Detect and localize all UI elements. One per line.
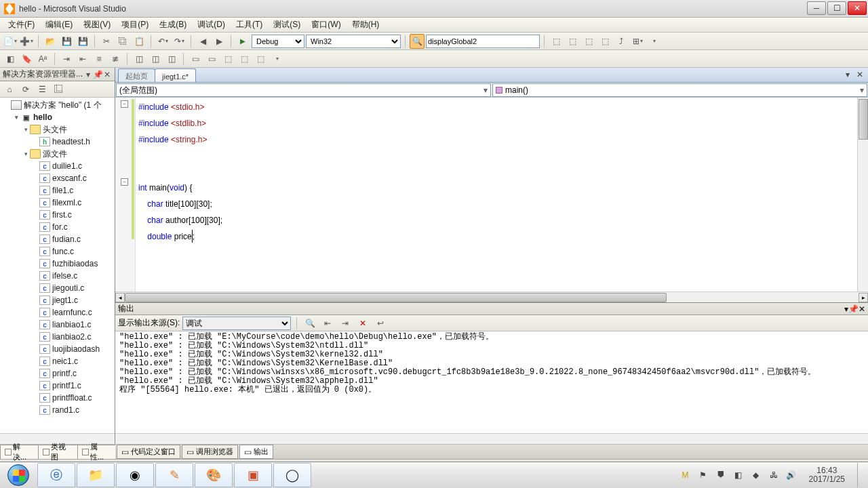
find-in-files-button[interactable]: 🔍 — [410, 34, 425, 49]
close-button[interactable]: ✕ — [848, 1, 867, 15]
menu-文件(F)[interactable]: 文件(F) — [3, 18, 40, 32]
uncomment-button[interactable]: ≢ — [108, 52, 123, 66]
properties-icon[interactable]: ☰ — [35, 83, 49, 96]
tray-flag-icon[interactable]: ⚑ — [698, 470, 709, 481]
macro-c-button[interactable]: ⬚ — [220, 52, 235, 66]
windows-button[interactable]: ⊞▾ — [630, 34, 645, 49]
show-desktop-button[interactable] — [857, 463, 864, 487]
undo-button[interactable]: ↶▾ — [155, 34, 170, 49]
bottom-tab-代码定义窗口[interactable]: ▭代码定义窗口 — [117, 445, 180, 459]
tray-app2-icon[interactable]: ◆ — [751, 470, 762, 481]
tree-luojibiaodash[interactable]: cluojibiaodash — [0, 343, 115, 355]
platform-select[interactable]: Win32 — [306, 35, 401, 48]
tree-lianbiao1.c[interactable]: clianbiao1.c — [0, 319, 115, 331]
fold-icon[interactable]: − — [121, 100, 128, 108]
home-icon[interactable]: ⌂ — [3, 83, 16, 96]
tree-解决方案 "hello" (1 个[interactable]: 解决方案 "hello" (1 个 — [0, 99, 115, 111]
tool-c-button[interactable]: ⬚ — [581, 34, 596, 49]
tree-func.c[interactable]: cfunc.c — [0, 245, 115, 258]
toggle-a-button[interactable]: ◫ — [132, 52, 146, 66]
output-hscroll[interactable] — [115, 433, 868, 444]
tab-list-icon[interactable]: ▾ — [842, 69, 853, 80]
panel-close-icon[interactable]: ✕ — [102, 70, 112, 79]
side-tab-1[interactable]: 类视图 — [38, 445, 78, 459]
paste-button[interactable]: 📋 — [132, 34, 146, 49]
taskbar-obs[interactable]: ◯ — [273, 463, 311, 487]
tab-close-icon[interactable]: ✕ — [854, 69, 865, 80]
step-out-button[interactable]: ⤴ — [614, 34, 629, 49]
tree-jiegouti.c[interactable]: cjiegouti.c — [0, 282, 115, 294]
start-debug-button[interactable]: ▶ — [235, 34, 250, 49]
output-close-icon[interactable]: ✕ — [859, 304, 865, 314]
nav-fwd-button[interactable]: ▶ — [212, 34, 226, 49]
tree-头文件[interactable]: ▾头文件 — [0, 123, 115, 136]
new-project-button[interactable]: 📄▾ — [3, 34, 18, 49]
tree-first.c[interactable]: cfirst.c — [0, 209, 115, 221]
tray-network-icon[interactable]: 🖧 — [768, 470, 779, 481]
macro-d-button[interactable]: ⬚ — [237, 52, 252, 66]
output-wrap-button[interactable]: ↩ — [373, 316, 388, 331]
comment-button[interactable]: ≡ — [92, 52, 106, 66]
tray-app-icon[interactable]: ◧ — [733, 470, 744, 481]
tree-jiegt1.c[interactable]: cjiegt1.c — [0, 294, 115, 306]
menu-编辑(E)[interactable]: 编辑(E) — [40, 18, 78, 32]
save-all-button[interactable]: 💾 — [75, 34, 90, 49]
output-next-button[interactable]: ⇥ — [338, 316, 353, 331]
tree-filexml.c[interactable]: cfilexml.c — [0, 197, 115, 209]
side-tab-0[interactable]: 解决... — [0, 445, 39, 459]
output-find-button[interactable]: 🔍 — [302, 316, 317, 331]
nav-back-button[interactable]: ◀ — [195, 34, 210, 49]
tool-a-button[interactable]: ⬚ — [549, 34, 564, 49]
tree-learnfunc.c[interactable]: clearnfunc.c — [0, 306, 115, 319]
code-text[interactable]: #include <stdio.h> #include <stdlib.h> #… — [136, 98, 857, 291]
editor-hscroll[interactable]: ◂▸ — [115, 291, 868, 302]
tree-rand1.c[interactable]: crand1.c — [0, 404, 115, 416]
output-clear-button[interactable]: ✕ — [355, 316, 370, 331]
refresh-icon[interactable]: ⟳ — [19, 83, 33, 96]
object-browser-button[interactable]: ◧ — [3, 52, 18, 66]
tree-源文件[interactable]: ▾源文件 — [0, 148, 115, 160]
macro-e-button[interactable]: ⬚ — [253, 52, 268, 66]
taskbar-paint[interactable]: 🎨 — [195, 463, 233, 487]
tray-clock[interactable]: 16:43 2017/1/25 — [804, 466, 850, 484]
toolbar-options-button[interactable]: ▾ — [646, 34, 661, 49]
menu-项目(P)[interactable]: 项目(P) — [116, 18, 154, 32]
tray-volume-icon[interactable]: 🔊 — [786, 470, 797, 481]
menu-窗口(W)[interactable]: 窗口(W) — [306, 18, 346, 32]
output-source-select[interactable]: 调试 — [182, 317, 291, 330]
scope-right-select[interactable]: main()▾ — [492, 83, 867, 97]
tree-printf1.c[interactable]: cprintf1.c — [0, 380, 115, 392]
menu-视图(V)[interactable]: 视图(V) — [78, 18, 116, 32]
fold-icon[interactable]: − — [121, 178, 128, 186]
macro-a-button[interactable]: ▭ — [188, 52, 203, 66]
panel-dropdown-icon[interactable]: ▾ — [83, 70, 93, 79]
tree-duilie1.c[interactable]: cduilie1.c — [0, 160, 115, 172]
tray-m-icon[interactable]: M — [680, 470, 691, 481]
taskbar-app-d[interactable]: ✎ — [155, 463, 193, 487]
bottom-tab-输出[interactable]: ▭输出 — [239, 445, 273, 459]
side-tab-2[interactable]: 属性... — [77, 445, 116, 459]
taskbar-chrome[interactable]: ◉ — [116, 463, 154, 487]
tree-lianbiao2.c[interactable]: clianbiao2.c — [0, 331, 115, 343]
tree-ifelse.c[interactable]: cifelse.c — [0, 270, 115, 282]
bookmark-button[interactable]: 🔖 — [19, 52, 34, 66]
tree-printffloat.c[interactable]: cprintffloat.c — [0, 392, 115, 404]
maximize-button[interactable]: ☐ — [827, 1, 846, 15]
tool-b-button[interactable]: ⬚ — [565, 34, 580, 49]
add-item-button[interactable]: ➕▾ — [19, 34, 34, 49]
tree-hello[interactable]: ▾▣hello — [0, 111, 115, 123]
menu-工具(T)[interactable]: 工具(T) — [231, 18, 268, 32]
tree-fuzhibiaodas[interactable]: cfuzhibiaodas — [0, 258, 115, 270]
scope-left-select[interactable]: (全局范围)▾ — [116, 83, 491, 97]
output-text[interactable]: "hello.exe" : 已加载 "E:\MyCourse\code\demo… — [115, 331, 868, 433]
tree-exscanf.c[interactable]: cexscanf.c — [0, 172, 115, 184]
show-all-icon[interactable]: ⿺ — [52, 83, 65, 96]
tab-active-file[interactable]: jiegt1.c* — [155, 68, 196, 82]
menu-调试(D)[interactable]: 调试(D) — [192, 18, 231, 32]
copy-button[interactable]: ⿻ — [115, 34, 130, 49]
bottom-tab-调用浏览器[interactable]: ▭调用浏览器 — [182, 445, 238, 459]
tool-d-button[interactable]: ⬚ — [597, 34, 612, 49]
menu-生成(B)[interactable]: 生成(B) — [154, 18, 192, 32]
open-button[interactable]: 📂 — [43, 34, 58, 49]
output-prev-button[interactable]: ⇤ — [320, 316, 335, 331]
